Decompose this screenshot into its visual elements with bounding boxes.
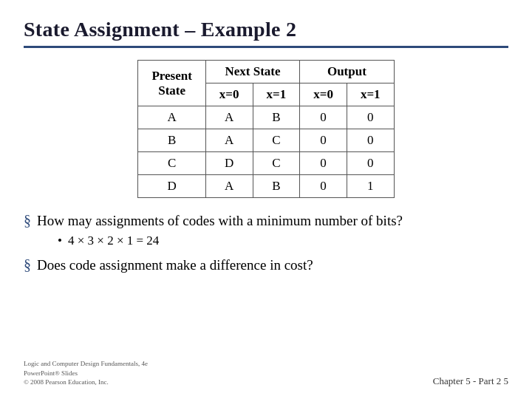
table-row: BAC00 bbox=[138, 129, 394, 152]
footer-line1: Logic and Computer Design Fundamentals, … bbox=[24, 359, 148, 369]
slide-title: State Assignment – Example 2 bbox=[24, 18, 508, 41]
col-output: Output bbox=[300, 61, 394, 83]
col-present-state: PresentState bbox=[138, 61, 205, 106]
col-next-state: Next State bbox=[205, 61, 299, 83]
footer-right: Chapter 5 - Part 2 5 bbox=[433, 375, 508, 387]
bullet-text-2: Does code assignment make a difference i… bbox=[37, 256, 313, 275]
sub-bullet-text-1: 4 × 3 × 2 × 1 = 24 bbox=[68, 233, 159, 248]
footer-line2: PowerPoint® Slides bbox=[24, 369, 148, 378]
sub-bullet-1: • 4 × 3 × 2 × 1 = 24 bbox=[58, 233, 403, 248]
col-ns-x1: x=1 bbox=[253, 83, 300, 106]
sub-dot-1: • bbox=[58, 233, 62, 248]
bullet-item-1: § How may assignments of codes with a mi… bbox=[24, 211, 508, 248]
table-row: CDC00 bbox=[138, 152, 394, 175]
footer-line3: © 2008 Pearson Education, Inc. bbox=[24, 378, 148, 387]
col-out-x1: x=1 bbox=[347, 83, 394, 106]
footer-left: Logic and Computer Design Fundamentals, … bbox=[24, 359, 148, 387]
col-ns-x0: x=0 bbox=[205, 83, 253, 106]
footer: Logic and Computer Design Fundamentals, … bbox=[24, 355, 508, 387]
bullet-text-1: How may assignments of codes with a mini… bbox=[37, 213, 403, 228]
bullet-symbol-2: § bbox=[24, 256, 31, 275]
bullet-item-2: § Does code assignment make a difference… bbox=[24, 256, 508, 275]
slide-content: PresentState Next State Output x=0 x=1 x… bbox=[24, 60, 508, 355]
table-row: AAB00 bbox=[138, 106, 394, 129]
slide: State Assignment – Example 2 PresentStat… bbox=[0, 0, 532, 399]
state-table-wrapper: PresentState Next State Output x=0 x=1 x… bbox=[24, 60, 508, 198]
bullet-symbol-1: § bbox=[24, 212, 31, 248]
table-row: DAB01 bbox=[138, 175, 394, 198]
bullet-section: § How may assignments of codes with a mi… bbox=[24, 211, 508, 274]
col-out-x0: x=0 bbox=[300, 83, 347, 106]
title-divider bbox=[24, 46, 508, 48]
state-table: PresentState Next State Output x=0 x=1 x… bbox=[137, 60, 394, 198]
